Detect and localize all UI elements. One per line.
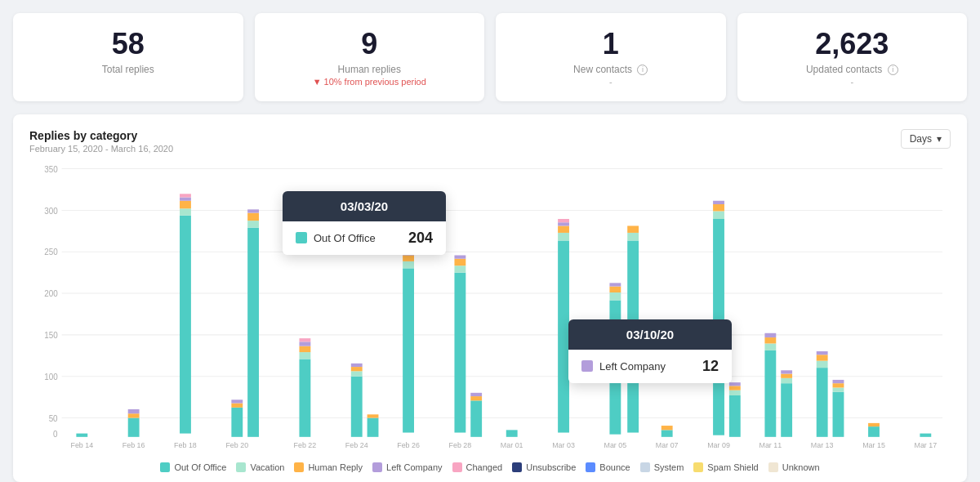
legend-swatch [586, 462, 595, 472]
svg-text:Mar 17: Mar 17 [914, 440, 937, 449]
updated-contacts-label: Updated contacts i [754, 64, 951, 75]
svg-rect-21 [180, 216, 191, 434]
svg-rect-36 [299, 352, 310, 359]
legend-item: Changed [452, 462, 503, 472]
svg-rect-51 [403, 252, 414, 255]
svg-text:Mar 11: Mar 11 [759, 440, 782, 449]
svg-rect-96 [781, 373, 792, 377]
svg-rect-24 [180, 197, 191, 200]
svg-rect-100 [817, 355, 828, 360]
kpi-row: 58 Total replies 9 Human replies ▼ 10% f… [13, 13, 967, 101]
svg-rect-67 [558, 219, 569, 222]
chart-subtitle: February 15, 2020 - March 16, 2020 [29, 144, 173, 154]
svg-rect-97 [781, 370, 792, 373]
legend-swatch [160, 462, 170, 472]
legend-item: Out Of Office [160, 462, 226, 472]
svg-rect-22 [180, 208, 191, 215]
legend-label: Human Reply [308, 462, 363, 472]
svg-rect-47 [368, 414, 379, 417]
legend-item: Spam Shield [693, 462, 758, 472]
svg-rect-37 [299, 346, 310, 352]
svg-rect-77 [662, 430, 673, 436]
legend-label: Vacation [250, 462, 284, 472]
kpi-card-total-replies: 58 Total replies [13, 13, 243, 101]
svg-rect-91 [764, 337, 776, 343]
updated-contacts-sub: - [754, 77, 951, 87]
human-replies-change: ▼ 10% from previous period [271, 77, 469, 87]
svg-rect-39 [299, 338, 310, 341]
svg-rect-90 [764, 343, 776, 350]
legend-swatch [512, 462, 522, 472]
svg-rect-33 [247, 213, 259, 221]
svg-rect-29 [231, 399, 243, 403]
svg-rect-72 [609, 283, 621, 286]
chevron-down-icon: ▾ [937, 133, 942, 145]
svg-text:Mar 13: Mar 13 [811, 440, 834, 449]
updated-contacts-value: 2,623 [754, 28, 951, 60]
new-contacts-info-icon[interactable]: i [637, 65, 648, 75]
svg-rect-42 [351, 371, 363, 376]
svg-rect-69 [609, 300, 621, 434]
chart-header: Replies by category February 15, 2020 - … [29, 129, 951, 154]
svg-text:150: 150 [44, 331, 58, 340]
svg-rect-64 [558, 233, 569, 241]
svg-rect-101 [817, 351, 828, 355]
svg-text:Mar 01: Mar 01 [501, 440, 523, 449]
svg-text:Feb 16: Feb 16 [122, 440, 145, 449]
svg-rect-83 [713, 201, 724, 204]
svg-text:350: 350 [44, 164, 58, 173]
svg-rect-89 [764, 350, 776, 437]
svg-rect-108 [868, 423, 880, 426]
legend-swatch [693, 462, 703, 472]
human-replies-label: Human replies [271, 64, 469, 75]
updated-contacts-info-icon[interactable]: i [888, 65, 898, 75]
svg-rect-23 [180, 201, 191, 209]
svg-rect-74 [627, 240, 639, 432]
svg-rect-41 [351, 377, 363, 437]
svg-rect-61 [506, 430, 518, 436]
svg-rect-38 [299, 341, 310, 346]
total-replies-value: 58 [29, 28, 227, 60]
svg-rect-25 [180, 194, 191, 197]
svg-text:250: 250 [44, 248, 58, 257]
chart-area: 350 300 250 200 150 100 50 0 Feb 14 Feb … [29, 160, 951, 454]
legend-label: Changed [466, 462, 503, 472]
legend-item: Left Company [372, 462, 442, 472]
svg-rect-86 [729, 391, 741, 395]
kpi-card-human-replies: 9 Human replies ▼ 10% from previous peri… [255, 13, 485, 101]
svg-rect-34 [247, 209, 259, 212]
svg-rect-58 [470, 400, 482, 436]
svg-rect-95 [781, 378, 792, 383]
new-contacts-sub: - [512, 77, 710, 87]
legend-swatch [640, 462, 650, 472]
svg-rect-18 [128, 413, 140, 417]
legend-label: System [654, 462, 684, 472]
svg-rect-82 [713, 204, 724, 211]
svg-rect-70 [609, 292, 621, 301]
chart-title: Replies by category [29, 129, 173, 142]
legend-label: Bounce [599, 462, 630, 472]
svg-rect-53 [454, 273, 466, 433]
svg-rect-63 [558, 240, 569, 432]
svg-rect-104 [833, 387, 844, 391]
svg-rect-98 [817, 368, 828, 437]
days-dropdown-label: Days [910, 133, 932, 145]
chart-legend: Out Of Office Vacation Human Reply Left … [29, 462, 951, 472]
svg-rect-15 [76, 434, 87, 437]
svg-text:300: 300 [44, 206, 58, 215]
svg-rect-56 [454, 255, 466, 258]
days-dropdown[interactable]: Days ▾ [901, 129, 951, 149]
legend-item: Unknown [768, 462, 820, 472]
chart-title-area: Replies by category February 15, 2020 - … [29, 129, 173, 154]
svg-text:Feb 18: Feb 18 [174, 440, 197, 449]
svg-text:Mar 09: Mar 09 [707, 440, 730, 449]
svg-text:0: 0 [53, 429, 58, 438]
svg-rect-49 [403, 261, 414, 268]
svg-rect-27 [231, 408, 243, 437]
svg-rect-110 [920, 434, 931, 437]
svg-text:Feb 26: Feb 26 [397, 440, 420, 449]
legend-swatch [294, 462, 304, 472]
legend-swatch [236, 462, 246, 472]
svg-text:Feb 22: Feb 22 [294, 440, 317, 449]
svg-rect-48 [403, 268, 414, 432]
